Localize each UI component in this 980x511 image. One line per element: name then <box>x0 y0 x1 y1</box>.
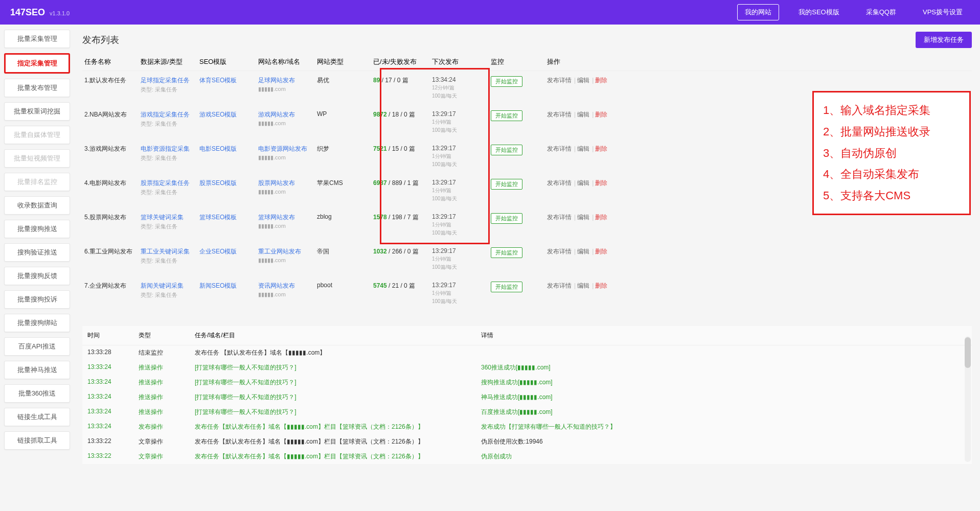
sidebar-item-10[interactable]: 批量搜狗反馈 <box>4 267 70 285</box>
cell-task-name: 6.重工业网站发布 <box>84 247 141 256</box>
start-monitor-button[interactable]: 开始监控 <box>491 179 522 190</box>
log-task: [打篮球有哪些一般人不知道的技巧？] <box>195 363 481 372</box>
version-text: v1.3.1.0 <box>50 10 70 16</box>
op-delete[interactable]: 删除 <box>595 214 607 221</box>
cell-template[interactable]: 新闻SEO模版 <box>199 282 258 290</box>
sidebar-item-12[interactable]: 批量搜狗绑站 <box>4 314 70 332</box>
col-ops: 操作 <box>547 57 970 66</box>
cell-template[interactable]: 游戏SEO模版 <box>199 110 258 119</box>
start-monitor-button[interactable]: 开始监控 <box>491 76 522 87</box>
sidebar-item-14[interactable]: 批量神马推送 <box>4 361 70 379</box>
op-delete[interactable]: 删除 <box>595 179 607 187</box>
cell-site: 股票网站发布▮▮▮▮▮.com <box>258 179 317 195</box>
site-name-link[interactable]: 股票网站发布 <box>258 179 317 188</box>
start-monitor-button[interactable]: 开始监控 <box>491 282 522 292</box>
sidebar-item-2[interactable]: 批量发布管理 <box>4 79 70 97</box>
site-name-link[interactable]: 足球网站发布 <box>258 76 317 85</box>
site-name-link[interactable]: 游戏网站发布 <box>258 110 317 119</box>
cell-monitor: 开始监控 <box>491 76 547 87</box>
log-time: 13:33:24 <box>87 378 139 387</box>
op-delete[interactable]: 删除 <box>595 145 607 152</box>
log-type: 推送操作 <box>139 408 195 416</box>
op-detail[interactable]: 发布详情 <box>547 282 572 289</box>
cell-template[interactable]: 股票SEO模版 <box>199 179 258 188</box>
op-edit[interactable]: 编辑 <box>577 77 589 84</box>
sidebar-item-7[interactable]: 收录数据查询 <box>4 196 70 215</box>
op-detail[interactable]: 发布详情 <box>547 248 572 255</box>
op-detail[interactable]: 发布详情 <box>547 111 572 118</box>
source-link[interactable]: 股票指定采集任务 <box>141 179 199 188</box>
sidebar-item-9[interactable]: 搜狗验证推送 <box>4 243 70 262</box>
site-name-link[interactable]: 电影资源网站发布 <box>258 145 317 153</box>
op-detail[interactable]: 发布详情 <box>547 179 572 187</box>
op-detail[interactable]: 发布详情 <box>547 77 572 84</box>
op-delete[interactable]: 删除 <box>595 111 607 118</box>
cell-monitor: 开始监控 <box>491 179 547 190</box>
cell-task-name: 3.游戏网站发布 <box>84 145 141 153</box>
op-edit[interactable]: 编辑 <box>577 145 589 152</box>
sidebar-item-15[interactable]: 批量360推送 <box>4 384 70 403</box>
cell-template[interactable]: 企业SEO模版 <box>199 247 258 256</box>
log-row: 13:33:22文章操作发布任务【默认发布任务】域名【▮▮▮▮▮.com】栏目【… <box>82 449 972 464</box>
site-name-link[interactable]: 重工业网站发布 <box>258 247 317 256</box>
source-type: 类型: 采集任务 <box>141 154 199 162</box>
op-edit[interactable]: 编辑 <box>577 179 589 187</box>
source-link[interactable]: 足球指定采集任务 <box>141 76 199 85</box>
col-next: 下次发布 <box>432 57 491 66</box>
op-detail[interactable]: 发布详情 <box>547 145 572 152</box>
add-publish-task-button[interactable]: 新增发布任务 <box>916 32 972 48</box>
op-delete[interactable]: 删除 <box>595 77 607 84</box>
header-nav-3[interactable]: VPS拨号设置 <box>916 5 970 20</box>
op-detail[interactable]: 发布详情 <box>547 214 572 221</box>
sidebar-item-5[interactable]: 批量短视频管理 <box>4 149 70 168</box>
cell-site: 足球网站发布▮▮▮▮▮.com <box>258 76 317 92</box>
cell-template[interactable]: 电影SEO模版 <box>199 145 258 153</box>
cell-site: 资讯网站发布▮▮▮▮▮.com <box>258 282 317 298</box>
sidebar-item-13[interactable]: 百度API推送 <box>4 337 70 356</box>
sidebar-item-3[interactable]: 批量权重词挖掘 <box>4 102 70 121</box>
header-nav: 我的网站我的SEO模版采集QQ群VPS拨号设置 <box>737 4 970 20</box>
header-nav-0[interactable]: 我的网站 <box>737 4 779 20</box>
sidebar-item-17[interactable]: 链接抓取工具 <box>4 431 70 450</box>
op-edit[interactable]: 编辑 <box>577 111 589 118</box>
source-link[interactable]: 游戏指定采集任务 <box>141 110 199 119</box>
start-monitor-button[interactable]: 开始监控 <box>491 110 522 121</box>
header-nav-2[interactable]: 采集QQ群 <box>859 5 903 20</box>
log-scrollbar-thumb[interactable] <box>965 337 971 368</box>
cell-next-publish: 13:29:171分钟/篇100篇/每天 <box>432 213 491 237</box>
sidebar-item-6[interactable]: 批量排名监控 <box>4 173 70 191</box>
site-name-link[interactable]: 篮球网站发布 <box>258 213 317 222</box>
sidebar-item-11[interactable]: 批量搜狗投诉 <box>4 290 70 309</box>
cell-task-name: 2.NBA网站发布 <box>84 110 141 119</box>
cell-source: 电影资源指定采集类型: 采集任务 <box>141 145 199 162</box>
op-delete[interactable]: 删除 <box>595 282 607 289</box>
op-edit[interactable]: 编辑 <box>577 248 589 255</box>
source-type: 类型: 采集任务 <box>141 86 199 94</box>
op-delete[interactable]: 删除 <box>595 248 607 255</box>
start-monitor-button[interactable]: 开始监控 <box>491 247 522 258</box>
start-monitor-button[interactable]: 开始监控 <box>491 213 522 224</box>
cell-template[interactable]: 篮球SEO模板 <box>199 213 258 222</box>
sidebar-item-8[interactable]: 批量搜狗推送 <box>4 220 70 238</box>
sidebar-item-0[interactable]: 批量采集管理 <box>4 30 70 48</box>
log-row: 13:33:24推送操作[打篮球有哪些一般人不知道的技巧？]搜狗推送成功[▮▮▮… <box>82 375 972 390</box>
cell-template[interactable]: 体育SEO模板 <box>199 76 258 85</box>
source-link[interactable]: 重工业关键词采集 <box>141 247 199 256</box>
source-link[interactable]: 新闻关键词采集 <box>141 282 199 290</box>
sidebar-item-16[interactable]: 链接生成工具 <box>4 408 70 426</box>
start-monitor-button[interactable]: 开始监控 <box>491 145 522 155</box>
source-link[interactable]: 电影资源指定采集 <box>141 145 199 153</box>
table-row: 7.企业网站发布新闻关键词采集类型: 采集任务新闻SEO模版资讯网站发布▮▮▮▮… <box>82 276 972 311</box>
source-link[interactable]: 篮球关键词采集 <box>141 213 199 222</box>
site-domain: ▮▮▮▮▮.com <box>258 154 317 161</box>
cell-monitor: 开始监控 <box>491 247 547 258</box>
site-name-link[interactable]: 资讯网站发布 <box>258 282 317 290</box>
sidebar-item-1[interactable]: 指定采集管理 <box>4 53 70 74</box>
header-nav-1[interactable]: 我的SEO模版 <box>791 5 846 20</box>
log-type: 推送操作 <box>139 393 195 402</box>
log-col-time: 时间 <box>87 331 139 340</box>
sidebar-item-4[interactable]: 批量自媒体管理 <box>4 126 70 144</box>
op-edit[interactable]: 编辑 <box>577 282 589 289</box>
cell-source: 重工业关键词采集类型: 采集任务 <box>141 247 199 265</box>
op-edit[interactable]: 编辑 <box>577 214 589 221</box>
